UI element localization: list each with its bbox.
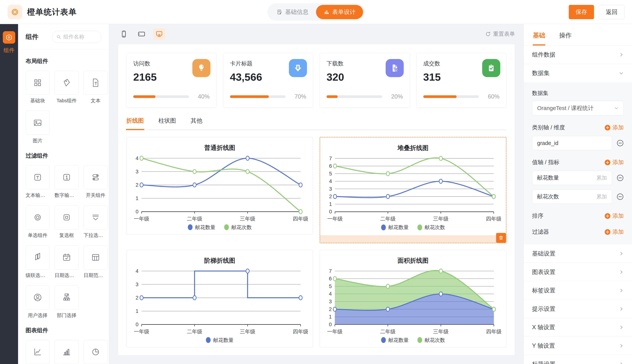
component-item-label: 下拉选择框 xyxy=(84,232,108,238)
component-item-cascade[interactable]: 级联选择框 xyxy=(26,245,50,279)
tab-basic-info[interactable]: 基础信息 xyxy=(269,5,316,19)
component-item-calendar-check[interactable]: 日期选择框 xyxy=(55,245,79,279)
svg-text:3: 3 xyxy=(329,298,332,304)
chart-card-阶梯折线图[interactable]: 阶梯折线图 01234一年级二年级三年级四年级 献花数量 xyxy=(126,250,313,348)
settings-row-图表设置[interactable]: 图表设置 xyxy=(524,263,632,281)
field-box[interactable]: grade_id xyxy=(532,136,612,150)
save-button[interactable]: 保存 xyxy=(569,5,594,19)
reset-form-button[interactable]: 重置表单 xyxy=(485,30,515,38)
remove-field-button[interactable] xyxy=(616,174,624,182)
legend-item[interactable]: 献花次数 xyxy=(417,224,445,231)
component-item-user[interactable]: 用户选择 xyxy=(26,286,50,319)
chart-tab-其他[interactable]: 其他 xyxy=(191,117,202,130)
panel-tab-actions[interactable]: 操作 xyxy=(558,24,572,45)
back-button[interactable]: 返回 xyxy=(599,5,624,19)
chart-legend: 献花数量献花次数 xyxy=(127,224,313,231)
panel-tab-basic[interactable]: 基础 xyxy=(532,24,546,45)
component-item-input-text[interactable]: 文本输入框 xyxy=(26,165,50,198)
legend-item[interactable]: 献花次数 xyxy=(417,337,445,344)
legend-dot-icon xyxy=(417,337,422,343)
dataset-select[interactable]: OrangeTest / 课程统计 xyxy=(532,101,624,116)
component-item-label: 级联选择框 xyxy=(26,272,50,279)
legend-label: 献花数量 xyxy=(389,337,409,344)
add-button[interactable]: 添加 xyxy=(604,158,624,166)
stat-card[interactable]: 卡片标题 43,566 70% xyxy=(223,53,313,108)
legend-item[interactable]: 献花数量 xyxy=(206,337,234,344)
delete-chart-button[interactable] xyxy=(496,233,506,243)
chart-card-堆叠折线图[interactable]: 堆叠折线图 01234567一年级二年级三年级四年级 献花数量献花次数 xyxy=(320,138,506,235)
svg-text:7: 7 xyxy=(329,268,332,274)
stat-card[interactable]: 访问数 2165 40% xyxy=(126,53,217,108)
chart-card-普通折线图[interactable]: 普通折线图 01234一年级二年级三年级四年级 献花数量献花次数 xyxy=(126,137,313,235)
add-button[interactable]: 添加 xyxy=(604,212,624,220)
component-item-chart-pie[interactable]: 饼图 xyxy=(84,340,108,364)
component-item-tag[interactable]: Tabs组件 xyxy=(55,71,79,104)
chart-legend: 献花数量献花次数 xyxy=(320,337,506,344)
remove-field-button[interactable] xyxy=(616,140,624,147)
settings-row-X 轴设置[interactable]: X 轴设置 xyxy=(524,318,632,336)
sidebar-title: 组件 xyxy=(26,32,38,41)
component-item-radio[interactable]: 单选组件 xyxy=(26,205,50,238)
components-sidebar: 组件 布局组件 基础块 Tabs组件 文本 图片 过滤组件 文本输入框 xyxy=(18,24,109,364)
svg-text:0: 0 xyxy=(136,209,139,214)
chart-plot: 01234一年级二年级三年级四年级 xyxy=(129,266,310,337)
chart-card-面积折线图[interactable]: 面积折线图 01234567一年级二年级三年级四年级 献花数量献花次数 xyxy=(320,250,506,348)
chevron-right-icon xyxy=(619,52,624,57)
remove-field-button[interactable] xyxy=(616,193,624,200)
plus-circle-icon xyxy=(604,125,610,131)
device-desktop-button[interactable] xyxy=(153,28,165,40)
component-search[interactable] xyxy=(52,31,101,43)
svg-text:0: 0 xyxy=(136,322,139,327)
legend-item[interactable]: 献花数量 xyxy=(188,224,215,231)
device-phone-button[interactable] xyxy=(118,28,130,40)
field-box[interactable]: 献花数量 累加 xyxy=(532,171,612,185)
stat-card[interactable]: 下载数 320 20% xyxy=(320,53,410,108)
settings-row-Y 轴设置[interactable]: Y 轴设置 xyxy=(524,336,632,355)
settings-row-标题设置[interactable]: 标题设置 xyxy=(524,355,632,364)
component-item-calendar-grid[interactable]: 日期范围… xyxy=(84,245,108,279)
component-item-grid[interactable]: 基础块 xyxy=(26,71,50,104)
legend-item[interactable]: 献花次数 xyxy=(224,224,252,231)
component-item-image[interactable]: 图片 xyxy=(26,111,50,144)
svg-text:2: 2 xyxy=(329,306,332,312)
svg-text:三年级: 三年级 xyxy=(240,329,255,334)
dataset-toggle-row[interactable]: 数据集 xyxy=(524,64,632,82)
component-item-org[interactable]: 部门选择 xyxy=(55,286,79,319)
component-item-label: 文本输入框 xyxy=(26,192,50,198)
selected-chart-wrapper[interactable]: 堆叠折线图 01234567一年级二年级三年级四年级 献花数量献花次数 xyxy=(320,137,506,243)
svg-text:一年级: 一年级 xyxy=(134,216,149,222)
legend-item[interactable]: 献花数量 xyxy=(381,337,409,344)
calendar-grid-icon xyxy=(91,252,101,262)
svg-text:一年级: 一年级 xyxy=(327,216,343,222)
settings-row-标签设置[interactable]: 标签设置 xyxy=(524,281,632,300)
mode-switcher: 基础信息 表单设计 xyxy=(267,4,365,21)
component-item-chart-bar[interactable]: 柱状图 xyxy=(55,340,79,364)
add-button[interactable]: 添加 xyxy=(604,228,624,236)
orange-logo-icon xyxy=(10,8,19,16)
checkbox-icon xyxy=(62,212,72,222)
settings-row-基础设置[interactable]: 基础设置 xyxy=(524,244,632,263)
component-item-toggle[interactable]: 开关组件 xyxy=(84,165,108,198)
component-item-select-arrow[interactable]: 下拉选择框 xyxy=(84,205,108,238)
component-item-checkbox[interactable]: 复选框 xyxy=(55,205,79,238)
field-box[interactable]: 献花次数 累加 xyxy=(532,190,612,204)
legend-item[interactable]: 献花数量 xyxy=(381,224,409,231)
settings-row-提示设置[interactable]: 提示设置 xyxy=(524,300,632,318)
search-input[interactable] xyxy=(63,34,98,40)
svg-text:二年级: 二年级 xyxy=(187,216,202,222)
add-button[interactable]: 添加 xyxy=(604,124,624,132)
legend-dot-icon xyxy=(206,337,211,343)
rail-components-button[interactable] xyxy=(3,31,15,44)
component-data-row[interactable]: 组件数据 xyxy=(524,46,632,64)
stat-card[interactable]: 成交数 315 60% xyxy=(416,53,507,108)
component-item-input-number[interactable]: 数字输入框 xyxy=(55,165,79,198)
chart-title: 阶梯折线图 xyxy=(127,256,313,265)
chart-tab-折线图[interactable]: 折线图 xyxy=(126,117,144,130)
component-item-chart-line[interactable]: 折线图 xyxy=(26,340,50,364)
svg-text:3: 3 xyxy=(136,282,139,287)
component-item-doc-text[interactable]: 文本 xyxy=(84,71,108,104)
device-tablet-button[interactable] xyxy=(136,28,148,40)
chevron-right-icon xyxy=(619,288,624,293)
tab-form-design[interactable]: 表单设计 xyxy=(316,5,363,19)
chart-tab-柱状图[interactable]: 柱状图 xyxy=(158,117,176,130)
